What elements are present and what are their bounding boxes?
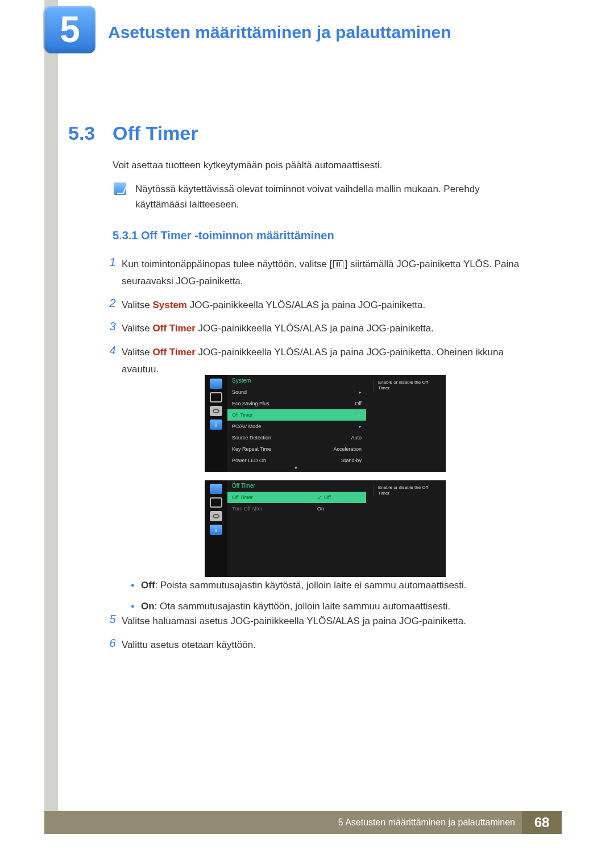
step-text: Valittu asetus otetaan käyttöön. bbox=[122, 637, 536, 654]
bullet-text: Off: Poista sammutusajastin käytöstä, jo… bbox=[141, 578, 467, 593]
chapter-title: Asetusten määrittäminen ja palauttaminen bbox=[108, 23, 451, 42]
osd-rows: Off TimerTurn Off After bbox=[227, 492, 313, 514]
bullet-term: On bbox=[141, 601, 155, 612]
side-gutter bbox=[44, 0, 58, 813]
steps-list-continued: 5Valitse haluamasi asetus JOG-painikkeel… bbox=[103, 613, 536, 661]
step-text: Kun toimintonäppäinopas tulee näyttöön, … bbox=[122, 256, 536, 290]
step-text: Valitse haluamasi asetus JOG-painikkeell… bbox=[122, 613, 536, 630]
step-text: Valitse Off Timer JOG-painikkeella YLÖS/… bbox=[122, 344, 536, 378]
bullet-term: Off bbox=[141, 580, 155, 591]
scroll-down-arrow: ▾ bbox=[294, 464, 297, 471]
step: 2Valitse System JOG-painikkeella YLÖS/AL… bbox=[103, 297, 536, 314]
menu-label: Off Timer bbox=[232, 412, 359, 418]
step: 3Valitse Off Timer JOG-painikkeella YLÖS… bbox=[103, 320, 536, 337]
osd-header: System bbox=[232, 377, 251, 384]
bullet-dot-icon: ● bbox=[131, 599, 141, 614]
menu-row[interactable]: Source DetectionAuto bbox=[227, 432, 366, 443]
menu-row[interactable]: PC/AV Mode▸ bbox=[227, 421, 366, 432]
subsection-title: 5.3.1 Off Timer -toiminnon määrittäminen bbox=[113, 229, 334, 242]
chevron-right-icon: ▸ bbox=[359, 412, 362, 418]
resize-icon bbox=[210, 497, 222, 508]
osd-header: Off Timer bbox=[232, 483, 255, 489]
menu-label: Source Detection bbox=[232, 435, 351, 441]
step: 1Kun toimintonäppäinopas tulee näyttöön,… bbox=[103, 256, 536, 290]
steps-list: 1Kun toimintonäppäinopas tulee näyttöön,… bbox=[103, 256, 536, 385]
option-label: Off bbox=[324, 495, 331, 500]
menu-row[interactable]: Off Timer bbox=[227, 492, 313, 503]
note-text: Näytössä käytettävissä olevat toiminnot … bbox=[135, 181, 533, 212]
info-icon: i bbox=[210, 420, 222, 430]
menu-label: Sound bbox=[232, 389, 359, 395]
chevron-right-icon: ▸ bbox=[359, 423, 362, 429]
step-number: 2 bbox=[103, 297, 122, 314]
intro-paragraph: Voit asettaa tuotteen kytkeytymään pois … bbox=[113, 158, 382, 173]
gear-icon bbox=[210, 511, 222, 521]
bullet-item: ●Off: Poista sammutusajastin käytöstä, j… bbox=[131, 578, 534, 593]
menu-label: Eco Saving Plus bbox=[232, 401, 355, 406]
menu-value: Off bbox=[355, 401, 362, 406]
menu-value: Auto bbox=[351, 435, 362, 441]
monitor-icon bbox=[210, 484, 222, 494]
step-number: 1 bbox=[103, 256, 122, 290]
step-number: 6 bbox=[103, 637, 122, 654]
step: 5Valitse haluamasi asetus JOG-painikkeel… bbox=[103, 613, 536, 630]
osd-iconbar: i bbox=[205, 480, 227, 577]
section-number: 5.3 bbox=[68, 122, 95, 144]
resize-icon bbox=[210, 392, 222, 402]
bullet-text: On: Ota sammutusajastin käyttöön, jolloi… bbox=[141, 599, 450, 614]
footer-text: 5 Asetusten määrittäminen ja palauttamin… bbox=[338, 811, 515, 834]
menu-icon bbox=[333, 260, 343, 268]
menu-label: Key Repeat Time bbox=[232, 446, 333, 452]
menu-label: Turn Off After bbox=[232, 506, 308, 512]
menu-row[interactable]: Off Timer▸ bbox=[227, 409, 366, 421]
page-number: 68 bbox=[522, 811, 562, 834]
gear-icon bbox=[210, 406, 222, 416]
step-number: 4 bbox=[103, 344, 122, 378]
osd-description: Enable or disable the Off Timer. bbox=[373, 485, 441, 497]
highlight-term: Off Timer bbox=[153, 323, 196, 334]
monitor-icon bbox=[210, 379, 222, 389]
check-icon: ✓ bbox=[317, 495, 322, 501]
chevron-right-icon: ▸ bbox=[359, 389, 362, 395]
menu-row[interactable]: Key Repeat TimeAcceleration bbox=[227, 443, 366, 455]
osd-offtimer-menu: i Off Timer Off TimerTurn Off After ✓Off… bbox=[205, 480, 446, 577]
menu-row[interactable]: Turn Off After bbox=[227, 503, 313, 514]
highlight-term: Off Timer bbox=[153, 347, 196, 358]
step-number: 3 bbox=[103, 320, 122, 337]
popup-option[interactable]: On bbox=[313, 503, 366, 514]
step: 6Valittu asetus otetaan käyttöön. bbox=[103, 637, 536, 654]
option-label: On bbox=[317, 506, 324, 512]
info-icon: i bbox=[210, 525, 222, 535]
menu-label: PC/AV Mode bbox=[232, 423, 359, 429]
osd-popup: ✓OffOn bbox=[313, 492, 366, 514]
menu-label: Power LED On bbox=[232, 458, 341, 463]
menu-row[interactable]: Eco Saving PlusOff bbox=[227, 398, 366, 409]
bullet-item: ●On: Ota sammutusajastin käyttöön, jollo… bbox=[131, 599, 534, 614]
highlight-term: System bbox=[153, 300, 187, 310]
menu-value: Acceleration bbox=[333, 446, 362, 452]
note-icon bbox=[114, 182, 126, 195]
step-number: 5 bbox=[103, 613, 122, 630]
osd-rows: Sound▸Eco Saving PlusOffOff Timer▸PC/AV … bbox=[227, 387, 366, 466]
section-title: Off Timer bbox=[113, 122, 198, 144]
osd-description: Enable or disable the Off Timer. bbox=[373, 380, 441, 392]
chapter-badge: 5 bbox=[44, 6, 96, 53]
menu-value: Stand-by bbox=[341, 458, 362, 463]
step-text: Valitse System JOG-painikkeella YLÖS/ALA… bbox=[122, 297, 536, 314]
osd-iconbar: i bbox=[205, 375, 227, 472]
popup-option[interactable]: ✓Off bbox=[313, 492, 366, 503]
menu-row[interactable]: Sound▸ bbox=[227, 387, 366, 398]
osd-system-menu: i System Sound▸Eco Saving PlusOffOff Tim… bbox=[205, 375, 446, 472]
step-text: Valitse Off Timer JOG-painikkeella YLÖS/… bbox=[122, 320, 536, 337]
bullet-dot-icon: ● bbox=[131, 578, 141, 593]
menu-label: Off Timer bbox=[232, 495, 308, 500]
step: 4Valitse Off Timer JOG-painikkeella YLÖS… bbox=[103, 344, 536, 378]
footer-bar: 5 Asetusten määrittäminen ja palauttamin… bbox=[44, 811, 522, 834]
